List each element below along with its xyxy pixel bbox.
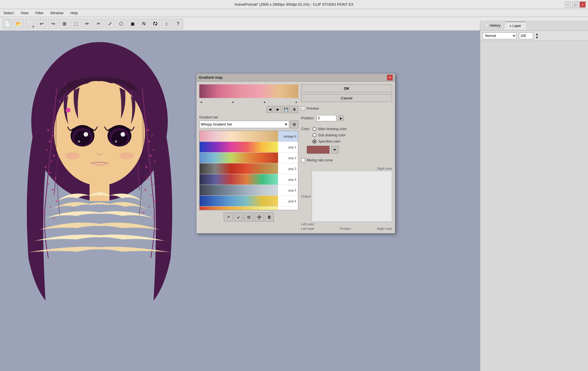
blend-mode-select[interactable]: Normal: [483, 32, 517, 39]
transform-button[interactable]: ⤢: [105, 19, 115, 29]
pen-button[interactable]: ✏: [82, 19, 92, 29]
canvas-area: Gradient map × ▲ ▲ ▲ ▲ ◀ ▶: [0, 31, 480, 371]
preview-label: Preview: [307, 107, 319, 111]
help-button[interactable]: ?: [173, 19, 183, 29]
color-option-main-label: Main drawing color: [318, 127, 347, 131]
export-button[interactable]: ↗: [224, 212, 233, 222]
grad-arrow-left: ▲: [200, 100, 203, 103]
gradient-list-item[interactable]: pop 3: [200, 163, 298, 174]
radio-main[interactable]: [312, 127, 316, 131]
prev-gradient-button[interactable]: ◀: [266, 106, 273, 113]
svg-rect-65: [90, 178, 109, 201]
svg-point-8: [44, 166, 47, 168]
specified-color-swatch[interactable]: [307, 146, 330, 154]
gradient-list-item[interactable]: pop 6: [200, 196, 298, 207]
curve-area[interactable]: [312, 171, 392, 222]
svg-point-38: [144, 189, 146, 191]
tab-layer[interactable]: ≡ Layer: [505, 22, 525, 30]
svg-point-35: [151, 172, 153, 174]
svg-point-15: [50, 206, 51, 208]
preview-checkbox[interactable]: ✓: [301, 107, 305, 111]
flip-button[interactable]: ↕: [162, 19, 172, 29]
radio-specified[interactable]: [312, 139, 316, 143]
select-button[interactable]: ⬚: [71, 19, 81, 29]
text-button[interactable]: N: [139, 19, 149, 29]
gradient-preview-bar[interactable]: [199, 84, 298, 98]
gradient-set-settings-button[interactable]: ⚙: [290, 120, 298, 128]
color-option-sub[interactable]: Sub drawing color: [312, 133, 347, 137]
gradient-list-item[interactable]: pop 7: [200, 207, 298, 210]
eyedropper-button[interactable]: ✒: [331, 146, 339, 153]
add-button[interactable]: ➕: [254, 212, 264, 222]
svg-point-5: [46, 149, 48, 151]
svg-point-57: [78, 140, 80, 143]
menu-help[interactable]: Help: [69, 10, 79, 16]
position-arrow-button[interactable]: ▶: [339, 116, 344, 121]
gradient-swatch: [200, 196, 278, 206]
gradient-swatch: [200, 142, 278, 152]
next-gradient-button[interactable]: ▶: [274, 106, 281, 113]
svg-point-11: [47, 183, 49, 185]
gradient-list-item[interactable]: pop 2: [200, 153, 298, 163]
dialog-close-button[interactable]: ×: [387, 75, 393, 80]
gradient-item-name: pop 3: [278, 167, 298, 170]
gradient-list-item[interactable]: pop 1: [200, 142, 298, 153]
dialog-body: ▲ ▲ ▲ ▲ ◀ ▶ 💾 🗑 Gradient set Whispy Grad…: [196, 82, 395, 233]
color-option-main[interactable]: Main drawing color: [312, 127, 347, 131]
svg-point-61: [121, 132, 125, 137]
rotate-button[interactable]: 🗘: [150, 19, 160, 29]
menu-bar: Select View Filter Window Help: [0, 9, 588, 17]
mixing-rate-checkbox[interactable]: [301, 158, 305, 162]
gradient-list[interactable]: vintage 6pop 1pop 2pop 3pop 4pop 5pop 6p…: [199, 131, 298, 210]
scissors-button[interactable]: ✂: [93, 19, 103, 29]
gradient-swatch: [200, 185, 278, 195]
dialog-title-bar: Gradient map ×: [196, 74, 395, 82]
svg-point-9: [49, 172, 51, 174]
menu-view[interactable]: View: [19, 10, 30, 16]
color-label: Color:: [301, 127, 310, 131]
new-file-button[interactable]: 📄: [2, 19, 13, 29]
panel-tabs: 🕐 History ≡ Layer: [480, 20, 588, 31]
svg-point-33: [154, 161, 156, 162]
color-option-specified[interactable]: Specified color: [312, 139, 347, 143]
cancel-button[interactable]: Cancel: [301, 94, 392, 102]
window-controls: − □ ×: [565, 1, 586, 8]
tab-history[interactable]: 🕐 History: [480, 22, 505, 29]
menu-filter[interactable]: Filter: [34, 10, 45, 16]
undo-button[interactable]: ↩: [36, 19, 47, 29]
svg-point-4: [49, 140, 51, 143]
maximize-button[interactable]: □: [572, 1, 578, 8]
gradient-list-item[interactable]: vintage 6: [200, 131, 298, 142]
redo-button[interactable]: ↪: [48, 19, 58, 29]
minimize-button[interactable]: −: [565, 1, 571, 8]
svg-point-63: [65, 152, 80, 159]
duplicate-button[interactable]: ⧉: [244, 212, 253, 222]
opacity-input[interactable]: [519, 32, 533, 39]
svg-point-37: [153, 183, 154, 185]
gradient-list-item[interactable]: pop 5: [200, 185, 298, 196]
menu-select[interactable]: Select: [2, 10, 15, 16]
dialog-left-panel: ▲ ▲ ▲ ▲ ◀ ▶ 💾 🗑 Gradient set Whispy Grad…: [199, 84, 298, 230]
ok-button[interactable]: OK: [301, 84, 392, 92]
grid-button[interactable]: ⊞: [59, 19, 69, 29]
menu-window[interactable]: Window: [49, 10, 65, 16]
svg-point-62: [115, 140, 117, 143]
close-button[interactable]: ×: [579, 1, 586, 8]
open-file-button[interactable]: 📂: [14, 19, 24, 29]
opacity-stepper[interactable]: ▲▼: [535, 32, 539, 39]
import-button[interactable]: ↙: [234, 212, 243, 222]
fill-button[interactable]: ▣: [127, 19, 138, 29]
position-input[interactable]: [316, 115, 336, 121]
svg-point-34: [145, 166, 148, 168]
delete-gradient-button[interactable]: 🗑: [291, 106, 298, 113]
crop-button[interactable]: ⬡: [116, 19, 126, 29]
gradient-set-select[interactable]: Whispy Gradient Set ▼: [199, 121, 289, 128]
frame-button[interactable]: ⬜▼: [25, 19, 35, 29]
svg-point-29: [151, 135, 153, 137]
right-node-label: Right node: [377, 227, 392, 230]
trash-button[interactable]: 🗑: [265, 212, 274, 222]
output-label: Output: [301, 195, 310, 198]
radio-sub[interactable]: [312, 133, 316, 137]
gradient-list-item[interactable]: pop 4: [200, 174, 298, 185]
save-gradient-button[interactable]: 💾: [282, 106, 290, 113]
